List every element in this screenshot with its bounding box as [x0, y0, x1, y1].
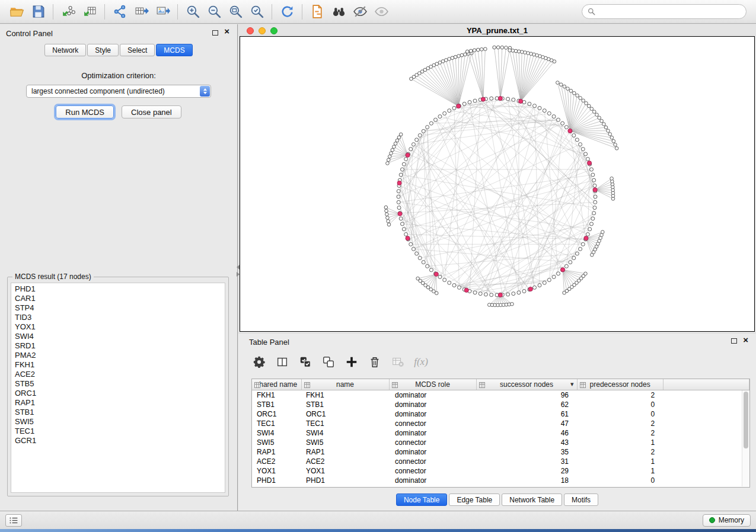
cell-successor-nodes: 29 [476, 466, 577, 476]
mcds-result-item[interactable]: STP4 [11, 303, 225, 313]
cell-filler [663, 409, 749, 419]
delete-column-button[interactable] [366, 353, 384, 371]
add-column-button[interactable] [343, 353, 361, 371]
export-table-button[interactable] [130, 2, 152, 21]
close-mcds-panel-button[interactable]: Close panel [122, 105, 181, 118]
ui-settings-button[interactable] [5, 514, 22, 527]
cell-successor-nodes: 62 [476, 400, 577, 409]
table-scrollbar[interactable] [742, 390, 749, 486]
cell-predecessor-nodes: 2 [577, 390, 663, 400]
panel-splitter[interactable] [234, 265, 242, 278]
column-header[interactable]: successor nodes [476, 379, 577, 390]
column-header[interactable]: name [301, 379, 389, 390]
table-row[interactable]: ACE2 ACE2 connector 31 1 [252, 457, 749, 466]
zoom-selected-button[interactable] [246, 2, 267, 21]
memory-label: Memory [719, 516, 744, 524]
mcds-result-item[interactable]: TID3 [11, 313, 225, 322]
cell-mcds-role: connector [389, 419, 476, 428]
column-grid-icon [580, 382, 586, 387]
column-header[interactable]: MCDS role [389, 379, 476, 390]
mcds-result-item[interactable]: SWI4 [11, 332, 225, 341]
zoom-out-button[interactable] [203, 2, 225, 21]
zoom-in-button[interactable] [182, 2, 203, 21]
table-tab[interactable]: Node Table [396, 493, 448, 506]
control-panel-tab[interactable]: Network [44, 44, 86, 56]
deselect-all-button[interactable] [320, 353, 337, 371]
import-table-button[interactable] [79, 2, 100, 21]
open-in-browser-button[interactable] [307, 2, 328, 21]
mcds-result-item[interactable]: ORC1 [11, 389, 225, 398]
table-panel-close-icon[interactable]: × [743, 335, 748, 344]
cell-filler [663, 390, 749, 400]
mcds-result-item[interactable]: PMA2 [11, 351, 225, 360]
table-panel-float-icon[interactable] [731, 338, 737, 344]
cell-predecessor-nodes: 2 [577, 447, 663, 457]
find-button[interactable] [328, 2, 349, 21]
network-canvas[interactable] [240, 36, 755, 332]
import-network-button[interactable] [58, 2, 79, 21]
mcds-result-item[interactable]: SWI5 [11, 417, 225, 427]
cell-mcds-role: dominator [389, 409, 476, 419]
export-network-button[interactable] [109, 2, 130, 21]
control-panel-tab[interactable]: Style [87, 44, 119, 56]
mcds-result-item[interactable]: STB5 [11, 379, 225, 389]
control-panel-close-icon[interactable]: × [224, 27, 229, 36]
open-file-button[interactable] [6, 2, 27, 21]
cell-mcds-role: dominator [389, 428, 476, 438]
save-session-button[interactable] [27, 2, 49, 21]
desktop-background [0, 529, 756, 532]
show-graphics-details-button[interactable] [349, 2, 371, 21]
control-panel-tab[interactable]: Select [120, 44, 155, 56]
network-graph[interactable] [240, 37, 754, 329]
table-row[interactable]: ORC1 ORC1 dominator 61 0 [252, 409, 749, 419]
table-row[interactable]: PHD1 PHD1 dominator 18 0 [252, 476, 749, 485]
column-visibility-button[interactable] [273, 353, 291, 371]
select-all-button[interactable] [296, 353, 314, 371]
table-tab[interactable]: Network Table [502, 493, 562, 506]
table-row[interactable]: FKH1 FKH1 dominator 96 2 [252, 390, 749, 400]
table-row[interactable]: YOX1 YOX1 connector 29 1 [252, 466, 749, 476]
table-row[interactable]: RAP1 RAP1 dominator 35 2 [252, 447, 749, 457]
table-scrollbar-thumb[interactable] [744, 392, 748, 448]
eye-icon [374, 4, 389, 19]
zoom-fit-button[interactable] [225, 2, 246, 21]
column-header[interactable] [663, 379, 749, 390]
optimization-criterion-select[interactable]: largest connected component (undirected) [26, 85, 211, 98]
mcds-result-item[interactable]: STB1 [11, 408, 225, 417]
mcds-result-item[interactable]: TEC1 [11, 427, 225, 436]
mcds-result-item[interactable]: YOX1 [11, 322, 225, 332]
column-header-label: predecessor nodes [590, 380, 650, 389]
optimization-criterion-value: largest connected component (undirected) [31, 87, 165, 95]
control-panel-float-icon[interactable] [212, 30, 218, 36]
select-stepper-icon [200, 86, 210, 97]
cell-shared-name: RAP1 [252, 447, 301, 457]
toolbar-separator [177, 4, 178, 20]
table-row[interactable]: STB1 STB1 dominator 62 0 [252, 400, 749, 409]
columns-icon [276, 355, 289, 368]
table-row[interactable]: TEC1 TEC1 connector 47 2 [252, 419, 749, 428]
table-row[interactable]: SWI4 SWI4 dominator 46 2 [252, 428, 749, 438]
mcds-result-item[interactable]: GCR1 [11, 436, 225, 446]
memory-status-dot [709, 517, 715, 523]
run-mcds-button[interactable]: Run MCDS [56, 105, 114, 118]
memory-button[interactable]: Memory [703, 514, 751, 527]
table-tab[interactable]: Edge Table [449, 493, 500, 506]
column-header[interactable]: predecessor nodes [577, 379, 663, 390]
control-panel-tab[interactable]: MCDS [156, 44, 192, 56]
mcds-result-item[interactable]: FKH1 [11, 360, 225, 370]
refresh-view-button[interactable] [276, 2, 298, 21]
mcds-result-item[interactable]: PHD1 [11, 284, 225, 294]
mcds-result-item[interactable]: ACE2 [11, 370, 225, 379]
table-tab[interactable]: Motifs [564, 493, 598, 506]
search-input[interactable] [599, 8, 741, 16]
mcds-result-item[interactable]: SRD1 [11, 341, 225, 351]
mcds-action-buttons: Run MCDS Close panel [0, 105, 237, 118]
export-image-button[interactable] [152, 2, 173, 21]
cell-shared-name: SWI5 [252, 438, 301, 447]
table-settings-button[interactable] [250, 353, 268, 371]
table-row[interactable]: SWI5 SWI5 connector 43 1 [252, 438, 749, 447]
mcds-result-item[interactable]: CAR1 [11, 294, 225, 303]
column-header[interactable]: shared name [252, 379, 301, 390]
mcds-result-item[interactable]: RAP1 [11, 398, 225, 408]
birds-eye-view-button[interactable] [371, 2, 392, 21]
